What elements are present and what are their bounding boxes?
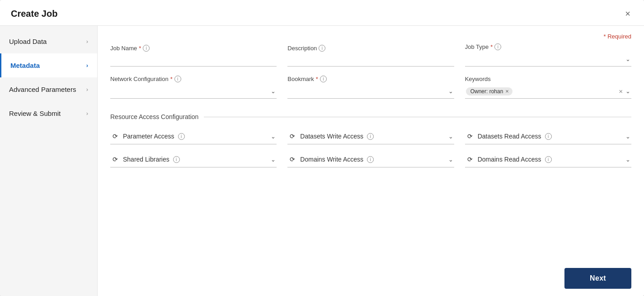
keyword-tag-remove-icon[interactable]: × bbox=[505, 88, 509, 94]
shared-libraries-label: Shared Libraries bbox=[123, 156, 169, 163]
chevron-down-icon: ⌄ bbox=[271, 133, 276, 140]
job-name-label: Job Name * i bbox=[110, 45, 277, 52]
sidebar-item-metadata[interactable]: Metadata › bbox=[0, 53, 97, 77]
chevron-down-icon: ⌄ bbox=[448, 133, 453, 140]
chevron-down-icon: ⌄ bbox=[625, 156, 630, 163]
datasets-read-access-label: Datasets Read Access bbox=[478, 133, 541, 140]
sidebar-item-label: Metadata bbox=[10, 62, 40, 69]
domains-read-access-field[interactable]: ⟳ Domains Read Access i ⌄ bbox=[465, 152, 631, 167]
create-job-modal: Create Job × Upload Data › Metadata › Ad… bbox=[0, 0, 644, 296]
domains-read-info-icon[interactable]: i bbox=[545, 156, 552, 163]
bookmark-info-icon[interactable]: i bbox=[320, 76, 327, 82]
required-star: * bbox=[170, 76, 173, 82]
network-config-label: Network Configuration * i bbox=[110, 76, 277, 82]
divider-line bbox=[204, 117, 631, 117]
bookmark-field: Bookmark * i ⌄ bbox=[287, 76, 454, 99]
job-type-field: Job Type * i ⌄ bbox=[465, 43, 631, 67]
domains-write-info-icon[interactable]: i bbox=[367, 156, 374, 163]
bookmark-label: Bookmark * i bbox=[287, 76, 454, 82]
sync-icon: ⟳ bbox=[111, 132, 119, 140]
keywords-field: Keywords Owner: rohan × × ⌄ bbox=[465, 76, 631, 99]
resource-access-divider: Resource Access Configuration bbox=[110, 113, 631, 120]
keywords-label: Keywords bbox=[465, 76, 631, 82]
sync-icon: ⟳ bbox=[466, 155, 474, 163]
form-row-2: Network Configuration * i ⌄ Bookmark * i bbox=[110, 76, 631, 99]
form-row-1: Job Name * i Description i Job Type bbox=[110, 43, 631, 67]
parameter-access-info-icon[interactable]: i bbox=[178, 133, 185, 140]
sidebar: Upload Data › Metadata › Advanced Parame… bbox=[0, 26, 98, 296]
network-config-info-icon[interactable]: i bbox=[174, 76, 181, 82]
modal-title: Create Job bbox=[11, 9, 57, 19]
job-name-field: Job Name * i bbox=[110, 45, 277, 67]
parameter-access-field[interactable]: ⟳ Parameter Access i ⌄ bbox=[110, 129, 277, 144]
datasets-write-access-left: ⟳ Datasets Write Access i bbox=[288, 132, 374, 140]
sidebar-item-label: Upload Data bbox=[9, 38, 47, 45]
sidebar-item-advanced-parameters[interactable]: Advanced Parameters › bbox=[0, 77, 97, 101]
sync-icon: ⟳ bbox=[288, 155, 296, 163]
datasets-read-access-field[interactable]: ⟳ Datasets Read Access i ⌄ bbox=[465, 129, 631, 144]
modal-header: Create Job × bbox=[0, 0, 644, 26]
description-field: Description i bbox=[287, 45, 454, 67]
required-star: * bbox=[316, 76, 318, 82]
required-star: * bbox=[139, 45, 141, 52]
job-name-info-icon[interactable]: i bbox=[143, 45, 150, 52]
chevron-right-icon: › bbox=[86, 110, 88, 117]
sync-icon: ⟳ bbox=[466, 132, 474, 140]
keyword-tag-text: Owner: rohan bbox=[470, 88, 503, 95]
resource-access-grid: ⟳ Parameter Access i ⌄ ⟳ Datasets Write … bbox=[110, 129, 631, 167]
shared-libraries-left: ⟳ Shared Libraries i bbox=[111, 155, 180, 163]
modal-body: Upload Data › Metadata › Advanced Parame… bbox=[0, 26, 644, 296]
chevron-down-icon: ⌄ bbox=[271, 88, 276, 95]
sync-icon: ⟳ bbox=[111, 155, 119, 163]
chevron-down-icon: ⌄ bbox=[448, 156, 453, 163]
chevron-down-icon: ⌄ bbox=[625, 56, 630, 62]
datasets-read-info-icon[interactable]: i bbox=[545, 133, 552, 140]
close-button[interactable]: × bbox=[622, 8, 633, 19]
description-input[interactable] bbox=[287, 53, 454, 67]
required-star: * bbox=[490, 43, 493, 50]
main-content: * Required Job Name * i Description i bbox=[98, 26, 644, 296]
description-label: Description i bbox=[287, 45, 454, 52]
chevron-right-icon: › bbox=[86, 86, 88, 93]
network-config-field: Network Configuration * i ⌄ bbox=[110, 76, 277, 99]
sidebar-item-upload-data[interactable]: Upload Data › bbox=[0, 29, 97, 53]
domains-read-access-label: Domains Read Access bbox=[478, 156, 541, 163]
bookmark-select[interactable]: ⌄ bbox=[287, 84, 454, 99]
required-note: * Required bbox=[110, 33, 631, 40]
next-button[interactable]: Next bbox=[564, 268, 631, 289]
parameter-access-left: ⟳ Parameter Access i bbox=[111, 132, 185, 140]
resource-access-label: Resource Access Configuration bbox=[110, 113, 198, 120]
domains-write-access-field[interactable]: ⟳ Domains Write Access i ⌄ bbox=[287, 152, 454, 167]
chevron-down-icon: ⌄ bbox=[271, 156, 276, 163]
keyword-tag-owner-rohan: Owner: rohan × bbox=[466, 87, 512, 95]
sidebar-item-label: Advanced Parameters bbox=[9, 86, 76, 93]
job-type-label: Job Type * i bbox=[465, 43, 631, 50]
datasets-write-access-label: Datasets Write Access bbox=[300, 133, 363, 140]
domains-write-access-label: Domains Write Access bbox=[300, 156, 363, 163]
footer-row: Next bbox=[110, 263, 631, 289]
parameter-access-label: Parameter Access bbox=[123, 133, 174, 140]
datasets-read-access-left: ⟳ Datasets Read Access i bbox=[466, 132, 552, 140]
domains-read-access-left: ⟳ Domains Read Access i bbox=[466, 155, 552, 163]
keywords-clear-icon[interactable]: × bbox=[619, 87, 623, 95]
chevron-right-icon: › bbox=[86, 38, 88, 45]
network-config-select[interactable]: ⌄ bbox=[110, 84, 277, 99]
datasets-write-info-icon[interactable]: i bbox=[367, 133, 374, 140]
sync-icon: ⟳ bbox=[288, 132, 296, 140]
job-type-select[interactable]: ⌄ bbox=[465, 52, 631, 67]
job-type-info-icon[interactable]: i bbox=[494, 43, 501, 50]
chevron-right-icon: › bbox=[86, 62, 88, 69]
datasets-write-access-field[interactable]: ⟳ Datasets Write Access i ⌄ bbox=[287, 129, 454, 144]
sidebar-item-review-submit[interactable]: Review & Submit › bbox=[0, 101, 97, 125]
domains-write-access-left: ⟳ Domains Write Access i bbox=[288, 155, 374, 163]
job-name-input[interactable] bbox=[110, 53, 277, 67]
shared-libraries-field[interactable]: ⟳ Shared Libraries i ⌄ bbox=[110, 152, 277, 167]
description-info-icon[interactable]: i bbox=[319, 45, 325, 52]
shared-libraries-info-icon[interactable]: i bbox=[173, 156, 180, 163]
keywords-input-area[interactable]: Owner: rohan × × ⌄ bbox=[465, 84, 631, 99]
chevron-down-icon: ⌄ bbox=[448, 88, 453, 95]
chevron-down-icon: ⌄ bbox=[625, 133, 630, 140]
sidebar-item-label: Review & Submit bbox=[9, 110, 61, 117]
chevron-down-icon[interactable]: ⌄ bbox=[625, 88, 630, 95]
